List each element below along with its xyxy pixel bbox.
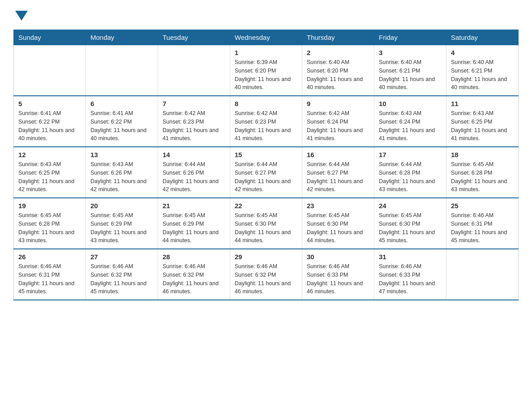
- table-row: 6Sunrise: 6:41 AMSunset: 6:22 PMDaylight…: [86, 96, 158, 147]
- day-number: 20: [90, 202, 153, 210]
- day-number: 16: [307, 151, 369, 158]
- day-info: Sunrise: 6:43 AMSunset: 6:25 PMDaylight:…: [451, 109, 514, 143]
- day-info: Sunrise: 6:42 AMSunset: 6:23 PMDaylight:…: [163, 109, 225, 143]
- day-number: 9: [307, 100, 369, 107]
- calendar-week-row: 12Sunrise: 6:43 AMSunset: 6:25 PMDayligh…: [14, 147, 519, 198]
- day-info: Sunrise: 6:46 AMSunset: 6:32 PMDaylight:…: [235, 262, 297, 296]
- table-row: 4Sunrise: 6:40 AMSunset: 6:21 PMDaylight…: [446, 45, 519, 96]
- day-number: 6: [90, 100, 153, 107]
- col-wednesday: Wednesday: [230, 30, 302, 45]
- day-info: Sunrise: 6:45 AMSunset: 6:30 PMDaylight:…: [379, 211, 442, 245]
- col-tuesday: Tuesday: [158, 30, 230, 45]
- day-info: Sunrise: 6:44 AMSunset: 6:26 PMDaylight:…: [163, 160, 225, 194]
- logo-arrow-icon: [15, 11, 28, 21]
- table-row: 22Sunrise: 6:45 AMSunset: 6:30 PMDayligh…: [230, 198, 302, 249]
- table-row: 28Sunrise: 6:46 AMSunset: 6:32 PMDayligh…: [158, 249, 230, 300]
- table-row: [86, 45, 158, 96]
- day-info: Sunrise: 6:44 AMSunset: 6:27 PMDaylight:…: [307, 160, 369, 194]
- col-saturday: Saturday: [446, 30, 519, 45]
- day-number: 22: [235, 202, 297, 210]
- table-row: 27Sunrise: 6:46 AMSunset: 6:32 PMDayligh…: [86, 249, 158, 300]
- table-row: 7Sunrise: 6:42 AMSunset: 6:23 PMDaylight…: [158, 96, 230, 147]
- table-row: 14Sunrise: 6:44 AMSunset: 6:26 PMDayligh…: [158, 147, 230, 198]
- table-row: 25Sunrise: 6:46 AMSunset: 6:31 PMDayligh…: [446, 198, 519, 249]
- day-number: 24: [379, 202, 442, 210]
- day-info: Sunrise: 6:40 AMSunset: 6:21 PMDaylight:…: [379, 58, 442, 92]
- day-number: 21: [163, 202, 225, 210]
- table-row: 23Sunrise: 6:45 AMSunset: 6:30 PMDayligh…: [302, 198, 374, 249]
- calendar-week-row: 26Sunrise: 6:46 AMSunset: 6:31 PMDayligh…: [14, 249, 519, 300]
- table-row: 18Sunrise: 6:45 AMSunset: 6:28 PMDayligh…: [446, 147, 519, 198]
- table-row: 19Sunrise: 6:45 AMSunset: 6:28 PMDayligh…: [14, 198, 86, 249]
- day-number: 18: [451, 151, 514, 158]
- col-friday: Friday: [374, 30, 446, 45]
- day-number: 7: [163, 100, 225, 107]
- day-info: Sunrise: 6:46 AMSunset: 6:32 PMDaylight:…: [163, 262, 225, 296]
- table-row: 2Sunrise: 6:40 AMSunset: 6:20 PMDaylight…: [302, 45, 374, 96]
- day-info: Sunrise: 6:42 AMSunset: 6:24 PMDaylight:…: [307, 109, 369, 143]
- col-sunday: Sunday: [14, 30, 86, 45]
- calendar-week-row: 19Sunrise: 6:45 AMSunset: 6:28 PMDayligh…: [14, 198, 519, 249]
- table-row: 17Sunrise: 6:44 AMSunset: 6:28 PMDayligh…: [374, 147, 446, 198]
- day-info: Sunrise: 6:45 AMSunset: 6:28 PMDaylight:…: [18, 211, 81, 245]
- day-number: 15: [235, 151, 297, 158]
- day-number: 17: [379, 151, 442, 158]
- table-row: [158, 45, 230, 96]
- day-number: 23: [307, 202, 369, 210]
- table-row: 8Sunrise: 6:42 AMSunset: 6:23 PMDaylight…: [230, 96, 302, 147]
- col-monday: Monday: [86, 30, 158, 45]
- table-row: 3Sunrise: 6:40 AMSunset: 6:21 PMDaylight…: [374, 45, 446, 96]
- day-info: Sunrise: 6:40 AMSunset: 6:20 PMDaylight:…: [307, 58, 369, 92]
- table-row: 12Sunrise: 6:43 AMSunset: 6:25 PMDayligh…: [14, 147, 86, 198]
- table-row: 10Sunrise: 6:43 AMSunset: 6:24 PMDayligh…: [374, 96, 446, 147]
- table-row: 26Sunrise: 6:46 AMSunset: 6:31 PMDayligh…: [14, 249, 86, 300]
- day-number: 11: [451, 100, 514, 107]
- table-row: 29Sunrise: 6:46 AMSunset: 6:32 PMDayligh…: [230, 249, 302, 300]
- day-number: 4: [451, 49, 514, 56]
- day-number: 10: [379, 100, 442, 107]
- table-row: 9Sunrise: 6:42 AMSunset: 6:24 PMDaylight…: [302, 96, 374, 147]
- day-number: 25: [451, 202, 514, 210]
- table-row: [446, 249, 519, 300]
- table-row: 21Sunrise: 6:45 AMSunset: 6:29 PMDayligh…: [158, 198, 230, 249]
- table-row: 30Sunrise: 6:46 AMSunset: 6:33 PMDayligh…: [302, 249, 374, 300]
- day-info: Sunrise: 6:45 AMSunset: 6:29 PMDaylight:…: [163, 211, 225, 245]
- day-info: Sunrise: 6:41 AMSunset: 6:22 PMDaylight:…: [90, 109, 153, 143]
- table-row: 20Sunrise: 6:45 AMSunset: 6:29 PMDayligh…: [86, 198, 158, 249]
- day-info: Sunrise: 6:45 AMSunset: 6:30 PMDaylight:…: [307, 211, 369, 245]
- day-number: 31: [379, 253, 442, 261]
- day-info: Sunrise: 6:44 AMSunset: 6:27 PMDaylight:…: [235, 160, 297, 194]
- calendar-table: Sunday Monday Tuesday Wednesday Thursday…: [13, 30, 519, 300]
- table-row: 15Sunrise: 6:44 AMSunset: 6:27 PMDayligh…: [230, 147, 302, 198]
- day-info: Sunrise: 6:45 AMSunset: 6:30 PMDaylight:…: [235, 211, 297, 245]
- day-number: 8: [235, 100, 297, 107]
- day-number: 1: [235, 49, 297, 56]
- calendar-header-row: Sunday Monday Tuesday Wednesday Thursday…: [14, 30, 519, 45]
- day-info: Sunrise: 6:43 AMSunset: 6:25 PMDaylight:…: [18, 160, 81, 194]
- day-info: Sunrise: 6:46 AMSunset: 6:33 PMDaylight:…: [379, 262, 442, 296]
- table-row: [14, 45, 86, 96]
- table-row: 31Sunrise: 6:46 AMSunset: 6:33 PMDayligh…: [374, 249, 446, 300]
- day-number: 5: [18, 100, 81, 107]
- table-row: 11Sunrise: 6:43 AMSunset: 6:25 PMDayligh…: [446, 96, 519, 147]
- calendar-week-row: 1Sunrise: 6:39 AMSunset: 6:20 PMDaylight…: [14, 45, 519, 96]
- day-number: 12: [18, 151, 81, 158]
- day-info: Sunrise: 6:46 AMSunset: 6:31 PMDaylight:…: [18, 262, 81, 296]
- day-number: 14: [163, 151, 225, 158]
- logo: [13, 9, 28, 21]
- day-info: Sunrise: 6:40 AMSunset: 6:21 PMDaylight:…: [451, 58, 514, 92]
- day-info: Sunrise: 6:43 AMSunset: 6:26 PMDaylight:…: [90, 160, 153, 194]
- day-info: Sunrise: 6:43 AMSunset: 6:24 PMDaylight:…: [379, 109, 442, 143]
- day-info: Sunrise: 6:39 AMSunset: 6:20 PMDaylight:…: [235, 58, 297, 92]
- day-number: 13: [90, 151, 153, 158]
- day-number: 29: [235, 253, 297, 261]
- col-thursday: Thursday: [302, 30, 374, 45]
- page-header: [13, 9, 519, 21]
- day-number: 26: [18, 253, 81, 261]
- day-info: Sunrise: 6:46 AMSunset: 6:33 PMDaylight:…: [307, 262, 369, 296]
- day-number: 28: [163, 253, 225, 261]
- day-info: Sunrise: 6:42 AMSunset: 6:23 PMDaylight:…: [235, 109, 297, 143]
- table-row: 24Sunrise: 6:45 AMSunset: 6:30 PMDayligh…: [374, 198, 446, 249]
- day-info: Sunrise: 6:45 AMSunset: 6:28 PMDaylight:…: [451, 160, 514, 194]
- table-row: 5Sunrise: 6:41 AMSunset: 6:22 PMDaylight…: [14, 96, 86, 147]
